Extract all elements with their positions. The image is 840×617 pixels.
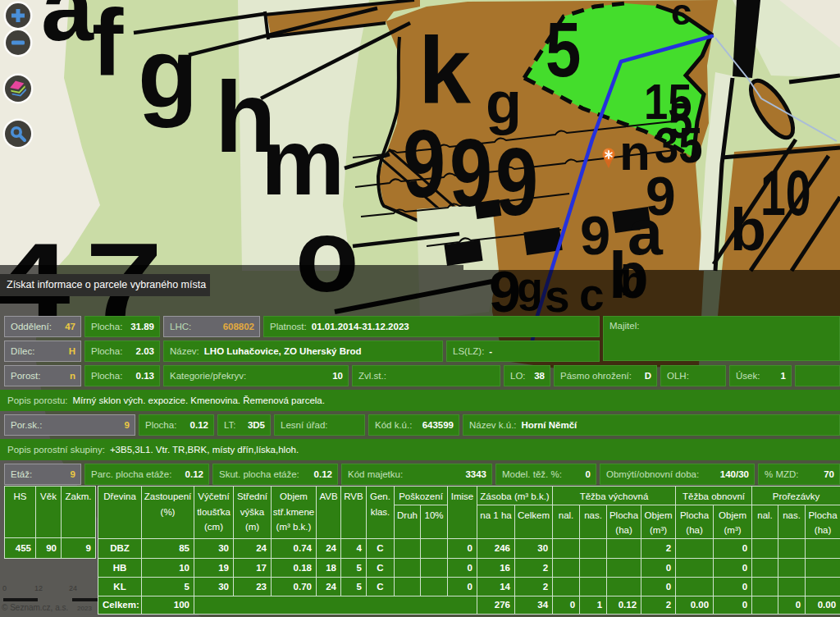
- svg-text:9: 9: [403, 110, 445, 217]
- svg-text:10: 10: [760, 158, 811, 228]
- svg-text:35: 35: [655, 117, 703, 173]
- svg-text:g: g: [138, 17, 198, 128]
- svg-text:g: g: [486, 70, 522, 135]
- svg-text:9: 9: [580, 204, 610, 266]
- svg-text:f: f: [92, 0, 124, 95]
- svg-text:c: c: [671, 0, 692, 33]
- svg-text:k: k: [418, 18, 472, 123]
- svg-text:9: 9: [495, 128, 538, 235]
- svg-text:a: a: [41, 0, 94, 60]
- svg-text:5: 5: [546, 6, 581, 93]
